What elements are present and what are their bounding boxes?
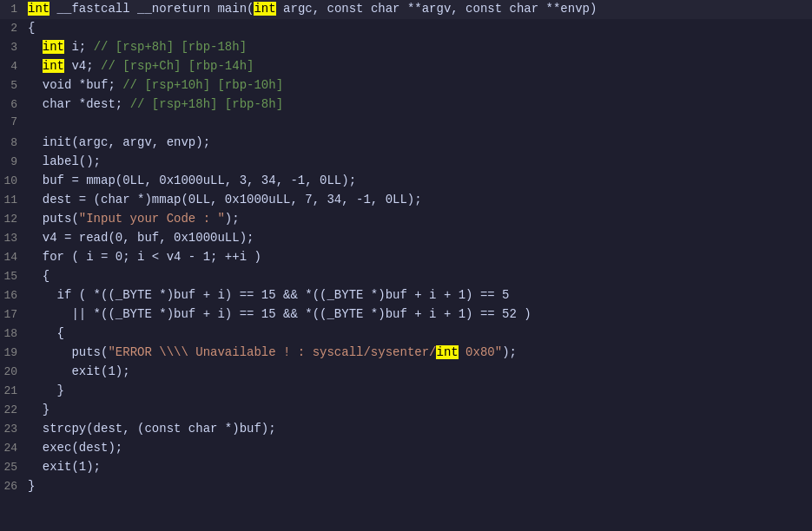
line-number: 15: [0, 269, 24, 285]
line-number: 13: [0, 231, 24, 247]
line-number: 6: [0, 97, 24, 114]
line-content: }: [24, 477, 812, 495]
code-line: 24 exec(dest);: [0, 439, 812, 458]
token: strcpy(dest, (const char *)buf);: [28, 422, 276, 436]
token: __fastcall __noreturn main(: [50, 2, 254, 16]
line-content: v4 = read(0, buf, 0x1000uLL);: [24, 229, 812, 246]
line-number: 24: [0, 441, 24, 457]
code-line: 1int __fastcall __noreturn main(int argc…: [0, 0, 812, 19]
token: }: [28, 403, 50, 416]
token: );: [502, 345, 517, 359]
line-number: 7: [0, 115, 24, 131]
line-number: 2: [0, 21, 24, 37]
line-number: 18: [0, 326, 24, 343]
line-number: 11: [0, 193, 24, 209]
line-number: 21: [0, 384, 24, 400]
line-content: buf = mmap(0LL, 0x1000uLL, 3, 34, -1, 0L…: [24, 172, 812, 189]
token: label();: [28, 154, 101, 168]
code-line: 21 }: [0, 382, 812, 401]
line-number: 1: [0, 2, 24, 18]
token: dest = (char *)mmap(0LL, 0x1000uLL, 7, 3…: [28, 193, 422, 206]
line-number: 23: [0, 422, 24, 438]
line-number: 25: [0, 460, 24, 476]
code-line: 17 || *((_BYTE *)buf + i) == 15 && *((_B…: [0, 305, 812, 324]
token: // [rsp+18h] [rbp-8h]: [130, 97, 283, 111]
line-content: init(argc, argv, envp);: [24, 134, 812, 151]
line-number: 14: [0, 250, 24, 266]
line-content: int v4; // [rsp+Ch] [rbp-14h]: [24, 57, 812, 75]
line-content: {: [24, 324, 812, 342]
line-number: 8: [0, 135, 24, 152]
token: buf = mmap(0LL, 0x1000uLL, 3, 34, -1, 0L…: [28, 174, 356, 187]
code-line: 25 exit(1);: [0, 458, 812, 477]
code-line: 16 if ( *((_BYTE *)buf + i) == 15 && *((…: [0, 286, 812, 305]
code-line: 18 {: [0, 324, 812, 344]
token: }: [28, 384, 64, 397]
line-number: 9: [0, 154, 24, 171]
line-content: exec(dest);: [24, 439, 812, 456]
token: || *((_BYTE *)buf + i) == 15 && *((_BYTE…: [28, 307, 531, 321]
code-container: 1int __fastcall __noreturn main(int argc…: [0, 0, 812, 531]
token: puts(: [28, 212, 79, 226]
line-number: 4: [0, 59, 24, 75]
code-line: 5 void *buf; // [rsp+10h] [rbp-10h]: [0, 76, 812, 95]
token: init(argc, argv, envp);: [28, 135, 210, 149]
token: int: [43, 40, 64, 54]
code-line: 11 dest = (char *)mmap(0LL, 0x1000uLL, 7…: [0, 191, 812, 210]
line-content: if ( *((_BYTE *)buf + i) == 15 && *((_BY…: [24, 286, 812, 304]
line-content: label();: [24, 153, 812, 170]
code-line: 15 {: [0, 267, 812, 286]
token: // [rsp+8h] [rbp-18h]: [94, 40, 247, 54]
token: i;: [64, 40, 94, 54]
token: for ( i = 0; i < v4 - 1; ++i ): [28, 250, 261, 264]
code-line: 4 int v4; // [rsp+Ch] [rbp-14h]: [0, 57, 812, 76]
line-content: {: [24, 267, 812, 285]
token: {: [28, 326, 64, 340]
code-line: 20 exit(1);: [0, 363, 812, 382]
code-line: 7: [0, 115, 812, 134]
line-number: 19: [0, 345, 24, 362]
token: exit(1);: [28, 364, 130, 378]
line-content: {: [24, 19, 812, 36]
line-number: 12: [0, 212, 24, 228]
line-content: void *buf; // [rsp+10h] [rbp-10h]: [24, 76, 812, 94]
token: v4 = read(0, buf, 0x1000uLL);: [28, 231, 254, 245]
token: [28, 59, 43, 73]
line-content: dest = (char *)mmap(0LL, 0x1000uLL, 7, 3…: [24, 191, 812, 208]
token: );: [225, 212, 240, 226]
code-line: 26}: [0, 477, 812, 496]
line-number: 26: [0, 479, 24, 495]
line-number: 16: [0, 288, 24, 305]
token: int: [254, 2, 275, 16]
line-number: 10: [0, 174, 24, 190]
code-line: 14 for ( i = 0; i < v4 - 1; ++i ): [0, 248, 812, 267]
line-content: for ( i = 0; i < v4 - 1; ++i ): [24, 248, 812, 266]
line-number: 5: [0, 78, 24, 95]
code-line: 13 v4 = read(0, buf, 0x1000uLL);: [0, 229, 812, 248]
token: 0x80": [459, 345, 502, 359]
token: // [rsp+10h] [rbp-10h]: [122, 78, 283, 92]
line-number: 17: [0, 307, 24, 324]
line-content: int __fastcall __noreturn main(int argc,…: [24, 0, 812, 17]
line-content: }: [24, 401, 812, 418]
line-number: 20: [0, 364, 24, 381]
line-number: 3: [0, 40, 24, 56]
code-line: 9 label();: [0, 153, 812, 172]
code-line: 2{: [0, 19, 812, 38]
token: if ( *((_BYTE *)buf + i) == 15 && *((_BY…: [28, 288, 510, 302]
line-content: puts("ERROR \\\\ Unavailable ! : syscall…: [24, 344, 812, 361]
line-content: char *dest; // [rsp+18h] [rbp-8h]: [24, 95, 812, 113]
line-content: exit(1);: [24, 363, 812, 380]
code-line: 3 int i; // [rsp+8h] [rbp-18h]: [0, 38, 812, 57]
token: int: [43, 59, 64, 73]
token: argc, const char **argv, const char **en…: [276, 2, 597, 16]
token: puts(: [28, 345, 108, 359]
code-line: 8 init(argc, argv, envp);: [0, 134, 812, 153]
line-number: 22: [0, 403, 24, 419]
line-content: puts("Input your Code : ");: [24, 210, 812, 227]
code-line: 23 strcpy(dest, (const char *)buf);: [0, 420, 812, 439]
token: v4;: [64, 59, 101, 73]
code-line: 22 }: [0, 401, 812, 420]
token: int: [28, 2, 50, 16]
token: exec(dest);: [28, 441, 122, 455]
